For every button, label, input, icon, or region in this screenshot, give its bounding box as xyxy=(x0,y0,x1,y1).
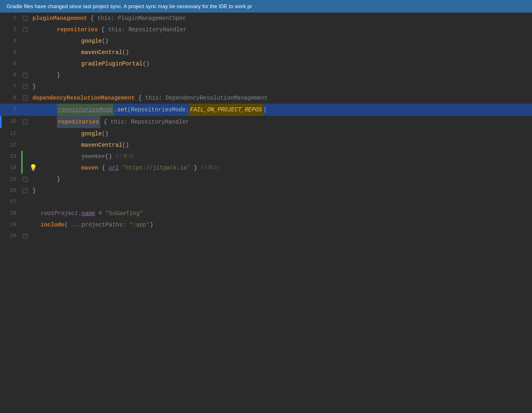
code-line: 10 − repositories { this: RepositoryHand… xyxy=(0,116,532,128)
line-number: 12 xyxy=(0,139,21,151)
fold-icon-20[interactable]: + xyxy=(23,234,28,239)
gutter xyxy=(21,139,29,151)
gutter xyxy=(21,219,29,230)
code-content: repositories { this: RepositoryHandler xyxy=(29,116,532,128)
line-number: 17 xyxy=(0,196,21,208)
gutter[interactable]: + xyxy=(21,185,29,196)
gutter xyxy=(21,162,29,174)
code-content: } xyxy=(29,81,532,92)
line-number: 18 xyxy=(0,208,21,219)
code-line: 18 rootProject.name = "SoGaeTing" xyxy=(0,208,532,219)
line-number: 7 xyxy=(0,81,21,92)
gutter[interactable]: + xyxy=(21,70,29,81)
code-area: 1 − pluginManagement { this: PluginManag… xyxy=(0,13,532,242)
code-content: repositories { this: RepositoryHandler xyxy=(29,24,532,35)
gutter xyxy=(21,35,29,47)
fold-icon[interactable]: − xyxy=(23,16,28,21)
code-line: 7 + } xyxy=(0,81,532,92)
code-line: 6 + } xyxy=(0,70,532,81)
line-number: 10 xyxy=(0,116,21,128)
gutter[interactable]: − xyxy=(21,92,29,104)
code-line: 13 jcenter() //추가 xyxy=(0,151,532,162)
line-number: 14 xyxy=(0,162,21,174)
code-content: include( ...projectPaths: ":app") xyxy=(29,219,532,230)
code-line: 5 gradlePluginPortal() xyxy=(0,58,532,70)
fold-icon[interactable]: − xyxy=(23,27,28,32)
line-number: 5 xyxy=(0,58,21,70)
gutter xyxy=(21,104,29,116)
fold-icon[interactable]: + xyxy=(23,73,28,78)
code-line: 4 mavenCentral() xyxy=(0,47,532,58)
line-number: 3 xyxy=(0,35,21,47)
code-content: google() xyxy=(29,128,532,139)
line-number: 6 xyxy=(0,70,21,81)
code-line: 16 + } xyxy=(0,185,532,196)
line-number: 19 xyxy=(0,219,21,230)
code-content: gradlePluginPortal() xyxy=(29,58,532,70)
gutter[interactable]: − xyxy=(21,13,29,24)
code-content: } xyxy=(29,174,532,185)
gutter xyxy=(21,58,29,70)
gutter[interactable]: + xyxy=(21,174,29,185)
code-line: 19 include( ...projectPaths: ":app") xyxy=(0,219,532,230)
gutter-green-bar-14 xyxy=(21,162,23,174)
code-content: rootProject.name = "SoGaeTing" xyxy=(29,208,532,219)
notification-bar: Gradle files have changed since last pro… xyxy=(0,0,532,13)
editor-container: 1 − pluginManagement { this: PluginManag… xyxy=(0,13,532,242)
code-line: 8 − dependencyResolutionManagement { thi… xyxy=(0,92,532,104)
notification-text: Gradle files have changed since last pro… xyxy=(6,3,252,9)
gutter xyxy=(21,208,29,219)
code-line: 1 − pluginManagement { this: PluginManag… xyxy=(0,13,532,24)
gutter-green-bar xyxy=(21,151,23,162)
code-content: jcenter() //추가 xyxy=(29,151,532,162)
fold-icon[interactable]: + xyxy=(23,84,28,89)
fold-icon[interactable]: − xyxy=(23,96,28,100)
code-content: dependencyResolutionManagement { this: D… xyxy=(29,92,532,104)
line-number: 8 xyxy=(0,92,21,104)
code-content xyxy=(29,196,532,208)
line-number: 16 xyxy=(0,185,21,196)
fold-icon-15[interactable]: + xyxy=(23,177,28,182)
code-line: 14 💡 maven { url 'https://jitpack.io' } … xyxy=(0,162,532,174)
gutter[interactable]: − xyxy=(21,24,29,35)
gutter xyxy=(21,128,29,139)
gutter xyxy=(21,47,29,58)
code-content: mavenCentral() xyxy=(29,47,532,58)
line-number: 1 xyxy=(0,13,21,24)
gutter[interactable]: + xyxy=(21,81,29,92)
gutter xyxy=(21,151,29,162)
gutter[interactable]: − xyxy=(21,116,29,128)
code-line: 12 mavenCentral() xyxy=(0,139,532,151)
left-indicator xyxy=(0,116,2,128)
bulb-icon[interactable]: 💡 xyxy=(29,164,37,172)
code-line: 2 − repositories { this: RepositoryHandl… xyxy=(0,24,532,35)
code-line: 9 repositoriesMode.set(RepositoriesMode.… xyxy=(0,104,532,116)
gutter[interactable]: + xyxy=(21,230,29,242)
code-content xyxy=(29,230,532,242)
line-number: 2 xyxy=(0,24,21,35)
line-number: 13 xyxy=(0,151,21,162)
line-number: 20 xyxy=(0,230,21,242)
code-line: 17 xyxy=(0,196,532,208)
code-line: 11 google() xyxy=(0,128,532,139)
code-content: } xyxy=(29,185,532,196)
code-line: 20 + xyxy=(0,230,532,242)
code-line: 3 google() xyxy=(0,35,532,47)
code-content: repositoriesMode.set(RepositoriesMode.FA… xyxy=(29,104,532,116)
code-content: mavenCentral() xyxy=(29,139,532,151)
line-number: 15 xyxy=(0,174,21,185)
code-line: 15 + } xyxy=(0,174,532,185)
line-number: 4 xyxy=(0,47,21,58)
fold-icon[interactable]: − xyxy=(23,120,28,124)
code-content: } xyxy=(29,70,532,81)
line-number: 9 xyxy=(0,104,21,116)
code-content: maven { url 'https://jitpack.io' } //추가 xyxy=(29,162,532,174)
gutter xyxy=(21,196,29,208)
code-content: google() xyxy=(29,35,532,47)
line-number: 11 xyxy=(0,128,21,139)
fold-icon-16[interactable]: + xyxy=(23,188,28,193)
code-content: pluginManagement { this: PluginManagemen… xyxy=(29,13,532,24)
